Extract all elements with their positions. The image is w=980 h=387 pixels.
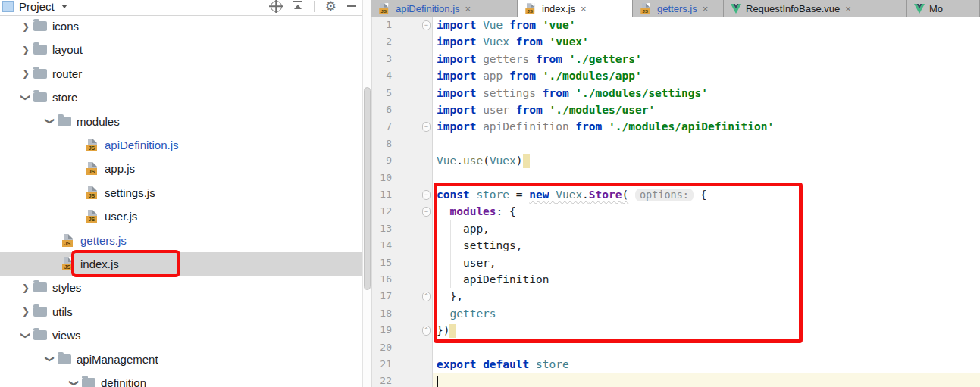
code-line-3[interactable]: import getters from './getters' — [437, 51, 642, 67]
close-icon[interactable]: × — [465, 4, 471, 14]
gutter-row: 22 — [372, 373, 434, 387]
chevron-expanded-icon[interactable] — [67, 378, 82, 387]
tree-item-index-js[interactable]: JSindex.js — [0, 252, 362, 276]
code-token — [437, 307, 449, 320]
gutter-row: 9 — [372, 152, 434, 169]
code-line-11[interactable]: const store = new Vuex.Store( options: { — [437, 186, 706, 203]
js-file-icon: JS — [86, 210, 99, 223]
code-token — [503, 19, 509, 31]
locate-icon[interactable] — [271, 1, 282, 12]
code-line-14[interactable]: settings, — [437, 237, 523, 254]
tree-item-label: getters.js — [80, 234, 127, 247]
code-line-18[interactable]: getters — [437, 305, 496, 322]
tab-Mo[interactable]: Mo — [907, 0, 980, 17]
code-token — [529, 53, 536, 65]
tree-item-layout[interactable]: layout — [0, 38, 362, 61]
line-number: 20 — [375, 339, 392, 356]
code-line-5[interactable]: import settings from './modules/settings… — [437, 85, 708, 101]
code-line-1[interactable]: import Vue from 'vue' — [437, 17, 575, 33]
code-token: from — [509, 70, 536, 82]
code-line-9[interactable]: Vue.use(Vuex) — [437, 152, 530, 169]
tree-item-app-js[interactable]: JSapp.js — [0, 157, 362, 180]
tree-item-router[interactable]: router — [0, 62, 362, 86]
fold-collapse-icon[interactable]: − — [422, 122, 431, 132]
code-token — [476, 19, 483, 31]
tab-getters-js[interactable]: JSgetters.js× — [633, 0, 724, 17]
settings-gear-icon[interactable]: ⚙ — [325, 1, 337, 12]
code-token: . — [456, 154, 463, 167]
code-token: modules — [449, 205, 496, 217]
tree-item-getters-js[interactable]: JSgetters.js — [0, 229, 362, 252]
tree-item-views[interactable]: views — [0, 323, 362, 347]
scrollbar-thumb[interactable] — [364, 87, 371, 290]
code-token: ( — [622, 189, 629, 201]
tab-index-js[interactable]: JSindex.js× — [518, 0, 633, 17]
hide-panel-icon[interactable] — [347, 5, 356, 7]
gutter-row: 21 — [372, 356, 434, 373]
code-token: app, — [437, 223, 490, 235]
chevron-expanded-icon[interactable] — [18, 330, 33, 341]
code-token — [476, 70, 483, 82]
folder-icon — [82, 378, 95, 387]
code-line-15[interactable]: user, — [437, 254, 496, 271]
tree-item-definition[interactable]: definition — [0, 371, 362, 387]
gutter-row: 12− — [372, 203, 434, 220]
line-number: 18 — [375, 305, 392, 322]
collapse-all-icon[interactable] — [293, 1, 303, 11]
js-file-icon: JS — [86, 162, 99, 175]
chevron-expanded-icon[interactable] — [18, 92, 33, 103]
tree-item-user-js[interactable]: JSuser.js — [0, 204, 362, 228]
code-line-7[interactable]: import apiDefinition from './modules/api… — [437, 118, 774, 135]
chevron-collapsed-icon[interactable] — [18, 306, 33, 317]
fold-collapse-icon[interactable]: − — [422, 20, 431, 30]
chevron-collapsed-icon[interactable] — [18, 68, 33, 79]
close-icon[interactable]: × — [581, 4, 587, 14]
code-line-6[interactable]: import user from './modules/user' — [437, 101, 655, 118]
folder-icon — [33, 282, 47, 292]
code-token: settings — [483, 87, 536, 99]
project-scrollbar[interactable] — [362, 0, 371, 387]
code-line-13[interactable]: app, — [437, 220, 490, 237]
fold-end-icon[interactable]: ⌃ — [422, 326, 431, 336]
code-line-17[interactable]: }, — [437, 288, 463, 304]
code-line-2[interactable]: import Vuex from 'vuex' — [437, 33, 589, 50]
code-line-16[interactable]: apiDefinition — [437, 271, 549, 288]
tree-item-label: layout — [52, 43, 83, 56]
code-line-22[interactable] — [437, 373, 438, 387]
tree-item-apiManagement[interactable]: apiManagement — [0, 348, 362, 371]
code-token: apiDefinition — [483, 120, 569, 133]
tree-item-apiDefinition-js[interactable]: JSapiDefinition.js — [0, 133, 362, 157]
chevron-collapsed-icon[interactable] — [18, 282, 33, 293]
code-token — [476, 87, 483, 99]
close-icon[interactable]: × — [703, 4, 709, 14]
code-line-19[interactable]: }) — [437, 322, 456, 339]
editor-area[interactable]: 1−234567−891011−12−1314151617⌃1819⌃20212… — [371, 17, 980, 387]
tree-item-styles[interactable]: styles — [0, 276, 362, 299]
code-token: user, — [437, 257, 496, 269]
tree-item-utils[interactable]: utils — [0, 300, 362, 323]
fold-collapse-icon[interactable]: − — [422, 190, 431, 200]
tab-apiDefinition-js[interactable]: JSapiDefinition.js× — [371, 0, 518, 17]
tree-item-store[interactable]: store — [0, 86, 362, 109]
tree-item-icons[interactable]: icons — [0, 14, 362, 38]
chevron-collapsed-icon[interactable] — [18, 45, 33, 55]
code-line-21[interactable]: export default store — [437, 356, 569, 373]
code-line-12[interactable]: modules: { — [437, 203, 516, 220]
chevron-down-icon[interactable] — [61, 5, 67, 8]
chevron-collapsed-icon[interactable] — [18, 21, 33, 32]
code-token: ) — [516, 154, 523, 167]
tab-RequestInfoBase-vue[interactable]: RequestInfoBase.vue× — [724, 0, 907, 17]
line-number: 7 — [375, 118, 392, 135]
tree-item-settings-js[interactable]: JSsettings.js — [0, 181, 362, 204]
code-token: from — [536, 53, 562, 65]
chevron-expanded-icon[interactable] — [42, 116, 58, 126]
tree-item-modules[interactable]: modules — [0, 110, 362, 133]
code-line-4[interactable]: import app from './modules/app' — [437, 67, 642, 84]
divider — [314, 1, 315, 12]
chevron-expanded-icon[interactable] — [42, 354, 58, 364]
close-icon[interactable]: × — [845, 4, 851, 14]
code-token: ( — [483, 154, 490, 167]
fold-end-icon[interactable]: ⌃ — [422, 292, 431, 301]
fold-collapse-icon[interactable]: − — [422, 207, 431, 217]
gutter-row: 20 — [372, 339, 434, 356]
